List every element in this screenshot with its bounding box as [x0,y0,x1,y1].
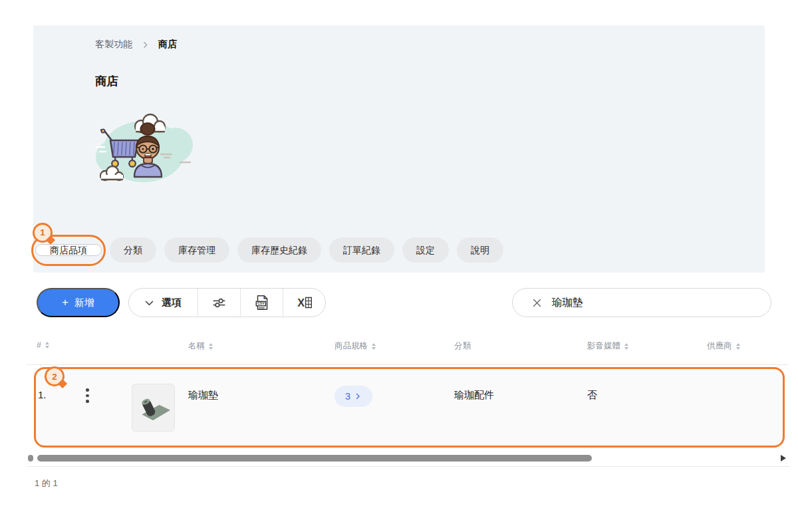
screen: 客製功能 商店 商店 [0,0,798,532]
export-csv-button[interactable]: CSV [241,289,283,317]
column-header-supplier[interactable]: 供應商 [707,340,740,352]
file-excel-icon: X [296,294,313,311]
spec-count-chip[interactable]: 3 [334,386,372,407]
sliders-icon [211,295,227,311]
sort-icon[interactable] [209,343,213,350]
options-button[interactable]: 選項 [129,289,198,317]
shop-header-panel: 客製功能 商店 商店 [33,25,765,273]
tab-bar: 1 商店品項 分類 庫存管理 庫存歷史紀錄 訂單紀錄 設定 說明 [35,237,503,263]
tab-shop-items[interactable]: 商店品項 [35,244,102,256]
tab-help[interactable]: 說明 [457,237,503,263]
tab-order-history[interactable]: 訂單紀錄 [329,237,394,263]
svg-text:X: X [297,297,305,309]
column-header-name[interactable]: 名稱 [188,340,213,352]
options-label: 選項 [162,297,182,309]
table-row[interactable]: 2 1. 瑜珈墊 3 瑜珈配件 否 [34,367,785,448]
annotated-tab-wrapper: 1 商店品項 [35,239,102,262]
sort-icon[interactable] [45,342,49,348]
chevron-right-icon [354,392,362,400]
scrollbar-thumb[interactable] [37,455,592,462]
header-divider [27,364,788,365]
pagination-label: 1 的 1 [35,477,58,489]
column-header-category: 分類 [454,340,471,352]
breadcrumb-chevron-icon [141,41,150,49]
svg-text:CSV: CSV [257,301,265,305]
tab-inventory-history[interactable]: 庫存歷史紀錄 [237,237,321,263]
row-menu-kebab-icon[interactable] [84,386,91,405]
export-excel-button[interactable]: X [283,289,325,317]
scrollbar-left-cap[interactable] [28,455,33,462]
add-button[interactable]: + 新增 [37,288,120,317]
add-button-label: 新增 [74,297,94,309]
chip-count: 3 [345,391,350,402]
sort-icon[interactable] [736,343,740,350]
som-badge-1: 1 [33,223,53,243]
filter-sliders-button[interactable] [198,289,240,317]
tab-categories[interactable]: 分類 [110,237,156,263]
breadcrumb-current: 商店 [158,39,177,51]
product-thumbnail [132,384,175,432]
chevron-down-icon [144,297,155,309]
content-divider [27,466,790,467]
breadcrumb: 客製功能 商店 [95,39,177,51]
toolbar-button-group: 選項 CSV X [128,288,326,317]
column-header-index[interactable]: # [37,340,49,350]
sort-icon[interactable] [372,343,376,350]
column-header-media[interactable]: 影音媒體 [587,340,628,352]
page-title: 商店 [95,73,118,89]
tab-inventory[interactable]: 庫存管理 [164,237,229,263]
sort-icon[interactable] [624,343,628,350]
row-index: 1. [38,389,47,400]
scroll-right-arrow-icon[interactable] [781,455,786,462]
breadcrumb-parent[interactable]: 客製功能 [95,39,132,51]
plus-icon: + [62,296,68,309]
column-header-spec[interactable]: 商品規格 [334,340,376,352]
product-name: 瑜珈墊 [188,389,218,402]
product-media: 否 [587,389,597,402]
shop-illustration [94,110,194,189]
tab-settings[interactable]: 設定 [402,237,449,263]
file-csv-icon: CSV [253,294,271,311]
search-input[interactable]: 瑜珈墊 [512,288,771,317]
product-category: 瑜珈配件 [454,389,494,402]
yoga-mat-image [135,389,172,426]
search-value: 瑜珈墊 [552,296,583,310]
clear-search-icon[interactable] [531,297,543,309]
som-badge-2: 2 [45,366,65,386]
